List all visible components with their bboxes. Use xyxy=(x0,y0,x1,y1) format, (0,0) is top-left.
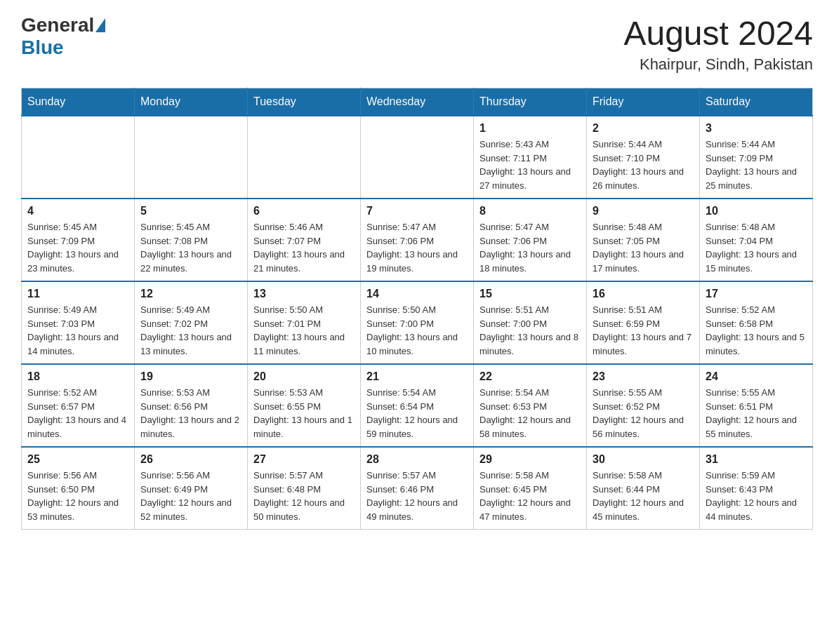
calendar-cell: 13Sunrise: 5:50 AMSunset: 7:01 PMDayligh… xyxy=(248,281,361,364)
day-info: Sunrise: 5:45 AMSunset: 7:08 PMDaylight:… xyxy=(140,220,241,275)
calendar-cell: 15Sunrise: 5:51 AMSunset: 7:00 PMDayligh… xyxy=(474,281,587,364)
day-info: Sunrise: 5:57 AMSunset: 6:48 PMDaylight:… xyxy=(253,469,355,523)
day-info: Sunrise: 5:49 AMSunset: 7:02 PMDaylight:… xyxy=(140,303,241,358)
weekday-header-row: SundayMondayTuesdayWednesdayThursdayFrid… xyxy=(22,88,813,116)
calendar-week-5: 25Sunrise: 5:56 AMSunset: 6:50 PMDayligh… xyxy=(22,447,813,530)
day-info: Sunrise: 5:56 AMSunset: 6:50 PMDaylight:… xyxy=(27,469,128,523)
calendar-cell: 20Sunrise: 5:53 AMSunset: 6:55 PMDayligh… xyxy=(248,364,361,447)
calendar-cell: 30Sunrise: 5:58 AMSunset: 6:44 PMDayligh… xyxy=(587,447,700,530)
day-number: 23 xyxy=(593,370,694,383)
day-number: 19 xyxy=(140,370,241,383)
calendar-cell: 18Sunrise: 5:52 AMSunset: 6:57 PMDayligh… xyxy=(22,364,135,447)
logo-triangle-icon xyxy=(95,18,105,32)
day-number: 4 xyxy=(27,205,128,217)
day-number: 29 xyxy=(479,453,581,466)
calendar-header: SundayMondayTuesdayWednesdayThursdayFrid… xyxy=(22,88,813,116)
calendar-cell: 4Sunrise: 5:45 AMSunset: 7:09 PMDaylight… xyxy=(22,199,135,281)
day-info: Sunrise: 5:49 AMSunset: 7:03 PMDaylight:… xyxy=(27,303,128,358)
calendar-cell: 7Sunrise: 5:47 AMSunset: 7:06 PMDaylight… xyxy=(361,199,474,281)
day-number: 18 xyxy=(27,370,128,383)
day-info: Sunrise: 5:45 AMSunset: 7:09 PMDaylight:… xyxy=(27,220,128,275)
calendar-cell: 16Sunrise: 5:51 AMSunset: 6:59 PMDayligh… xyxy=(587,281,700,364)
day-number: 5 xyxy=(140,205,241,217)
weekday-header-friday: Friday xyxy=(587,88,700,116)
calendar-week-3: 11Sunrise: 5:49 AMSunset: 7:03 PMDayligh… xyxy=(22,281,813,364)
day-info: Sunrise: 5:44 AMSunset: 7:09 PMDaylight:… xyxy=(706,137,807,192)
day-number: 1 xyxy=(479,122,581,135)
logo-blue-text: Blue xyxy=(21,36,64,59)
calendar-week-2: 4Sunrise: 5:45 AMSunset: 7:09 PMDaylight… xyxy=(22,199,813,281)
day-info: Sunrise: 5:50 AMSunset: 7:00 PMDaylight:… xyxy=(366,303,468,358)
calendar-cell xyxy=(248,116,361,199)
calendar-cell xyxy=(135,116,248,199)
calendar-cell: 31Sunrise: 5:59 AMSunset: 6:43 PMDayligh… xyxy=(700,447,813,530)
calendar-cell: 29Sunrise: 5:58 AMSunset: 6:45 PMDayligh… xyxy=(474,447,587,530)
logo-general-text: General xyxy=(21,14,94,36)
logo: General Blue xyxy=(21,14,107,59)
calendar-cell: 3Sunrise: 5:44 AMSunset: 7:09 PMDaylight… xyxy=(700,116,813,199)
day-info: Sunrise: 5:53 AMSunset: 6:55 PMDaylight:… xyxy=(253,386,355,441)
calendar-cell: 1Sunrise: 5:43 AMSunset: 7:11 PMDaylight… xyxy=(474,116,587,199)
calendar-cell: 25Sunrise: 5:56 AMSunset: 6:50 PMDayligh… xyxy=(22,447,135,530)
day-number: 14 xyxy=(366,288,468,300)
page-header: General Blue August 2024 Khairpur, Sindh… xyxy=(21,14,813,74)
calendar-cell: 6Sunrise: 5:46 AMSunset: 7:07 PMDaylight… xyxy=(248,199,361,281)
day-number: 31 xyxy=(706,453,807,466)
day-info: Sunrise: 5:56 AMSunset: 6:49 PMDaylight:… xyxy=(140,469,241,523)
day-info: Sunrise: 5:51 AMSunset: 6:59 PMDaylight:… xyxy=(593,303,694,358)
weekday-header-sunday: Sunday xyxy=(22,88,135,116)
day-info: Sunrise: 5:47 AMSunset: 7:06 PMDaylight:… xyxy=(479,220,581,275)
calendar-cell: 19Sunrise: 5:53 AMSunset: 6:56 PMDayligh… xyxy=(135,364,248,447)
day-info: Sunrise: 5:53 AMSunset: 6:56 PMDaylight:… xyxy=(140,386,241,441)
day-info: Sunrise: 5:43 AMSunset: 7:11 PMDaylight:… xyxy=(479,137,581,192)
month-year-title: August 2024 xyxy=(623,14,813,53)
day-number: 30 xyxy=(593,453,694,466)
day-number: 24 xyxy=(706,370,807,383)
calendar-body: 1Sunrise: 5:43 AMSunset: 7:11 PMDaylight… xyxy=(22,116,813,530)
day-number: 16 xyxy=(593,288,694,300)
day-info: Sunrise: 5:50 AMSunset: 7:01 PMDaylight:… xyxy=(253,303,355,358)
calendar-cell: 9Sunrise: 5:48 AMSunset: 7:05 PMDaylight… xyxy=(587,199,700,281)
day-info: Sunrise: 5:47 AMSunset: 7:06 PMDaylight:… xyxy=(366,220,468,275)
calendar-cell: 26Sunrise: 5:56 AMSunset: 6:49 PMDayligh… xyxy=(135,447,248,530)
day-info: Sunrise: 5:48 AMSunset: 7:05 PMDaylight:… xyxy=(593,220,694,275)
calendar-week-4: 18Sunrise: 5:52 AMSunset: 6:57 PMDayligh… xyxy=(22,364,813,447)
day-info: Sunrise: 5:55 AMSunset: 6:51 PMDaylight:… xyxy=(706,386,807,441)
day-number: 8 xyxy=(479,205,581,217)
day-number: 12 xyxy=(140,288,241,300)
calendar-cell: 27Sunrise: 5:57 AMSunset: 6:48 PMDayligh… xyxy=(248,447,361,530)
day-info: Sunrise: 5:44 AMSunset: 7:10 PMDaylight:… xyxy=(593,137,694,192)
day-number: 9 xyxy=(593,205,694,217)
calendar-cell: 17Sunrise: 5:52 AMSunset: 6:58 PMDayligh… xyxy=(700,281,813,364)
calendar-cell: 11Sunrise: 5:49 AMSunset: 7:03 PMDayligh… xyxy=(22,281,135,364)
day-number: 22 xyxy=(479,370,581,383)
day-number: 15 xyxy=(479,288,581,300)
weekday-header-monday: Monday xyxy=(135,88,248,116)
title-section: August 2024 Khairpur, Sindh, Pakistan xyxy=(623,14,813,74)
weekday-header-saturday: Saturday xyxy=(700,88,813,116)
day-info: Sunrise: 5:59 AMSunset: 6:43 PMDaylight:… xyxy=(706,469,807,523)
day-info: Sunrise: 5:55 AMSunset: 6:52 PMDaylight:… xyxy=(593,386,694,441)
day-number: 21 xyxy=(366,370,468,383)
weekday-header-thursday: Thursday xyxy=(474,88,587,116)
day-info: Sunrise: 5:54 AMSunset: 6:53 PMDaylight:… xyxy=(479,386,581,441)
day-info: Sunrise: 5:58 AMSunset: 6:44 PMDaylight:… xyxy=(593,469,694,523)
day-info: Sunrise: 5:52 AMSunset: 6:57 PMDaylight:… xyxy=(27,386,128,441)
day-number: 2 xyxy=(593,122,694,135)
calendar-cell: 14Sunrise: 5:50 AMSunset: 7:00 PMDayligh… xyxy=(361,281,474,364)
calendar-cell: 21Sunrise: 5:54 AMSunset: 6:54 PMDayligh… xyxy=(361,364,474,447)
day-number: 7 xyxy=(366,205,468,217)
day-info: Sunrise: 5:52 AMSunset: 6:58 PMDaylight:… xyxy=(706,303,807,358)
calendar-cell: 2Sunrise: 5:44 AMSunset: 7:10 PMDaylight… xyxy=(587,116,700,199)
calendar-cell: 23Sunrise: 5:55 AMSunset: 6:52 PMDayligh… xyxy=(587,364,700,447)
weekday-header-wednesday: Wednesday xyxy=(361,88,474,116)
day-number: 13 xyxy=(253,288,355,300)
day-info: Sunrise: 5:51 AMSunset: 7:00 PMDaylight:… xyxy=(479,303,581,358)
calendar-cell: 5Sunrise: 5:45 AMSunset: 7:08 PMDaylight… xyxy=(135,199,248,281)
calendar-cell: 12Sunrise: 5:49 AMSunset: 7:02 PMDayligh… xyxy=(135,281,248,364)
day-info: Sunrise: 5:54 AMSunset: 6:54 PMDaylight:… xyxy=(366,386,468,441)
calendar-cell xyxy=(361,116,474,199)
day-number: 25 xyxy=(27,453,128,466)
calendar-cell: 8Sunrise: 5:47 AMSunset: 7:06 PMDaylight… xyxy=(474,199,587,281)
calendar-cell: 24Sunrise: 5:55 AMSunset: 6:51 PMDayligh… xyxy=(700,364,813,447)
